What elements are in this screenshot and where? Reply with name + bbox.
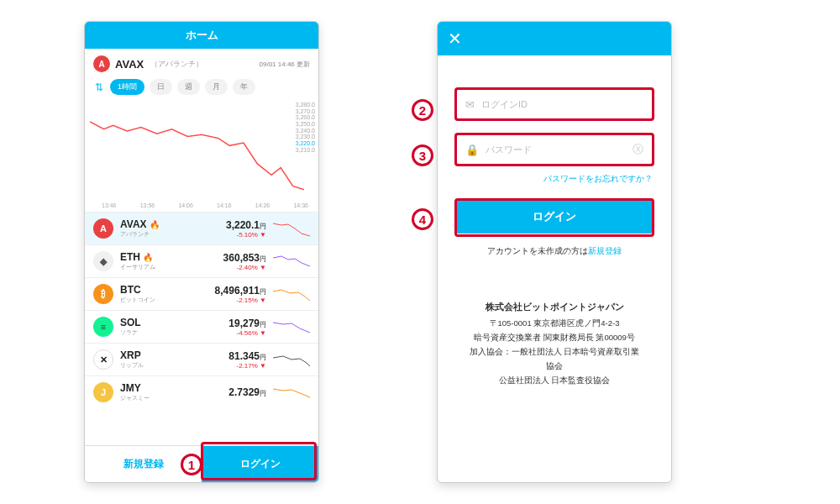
coin-list: A AVAX 🔥 アバランチ 3,220.1円 -5.10% ▼ ◆ ETH 🔥…	[85, 212, 318, 408]
candles-icon[interactable]: ⇅	[93, 81, 105, 93]
close-bar: ✕	[438, 22, 671, 55]
mail-icon: ✉	[465, 98, 475, 111]
list-item[interactable]: ✕ XRPリップル 81.345円 -2.17% ▼	[85, 343, 318, 375]
page-title: ホーム	[85, 22, 318, 49]
annotation-3: 3	[412, 144, 433, 166]
close-icon[interactable]: ✕	[448, 29, 462, 49]
annotation-1: 1	[181, 454, 202, 475]
home-screen: ホーム A AVAX （アバランチ） 09/01 14:46 更新 ⇅ 1時間 …	[84, 21, 319, 483]
ticker-header: A AVAX （アバランチ） 09/01 14:46 更新	[85, 49, 318, 76]
annotation-2: 2	[412, 99, 433, 121]
chart-x-axis: 13:4613:56 14:0614:16 14:2614:36	[85, 202, 318, 212]
login-button[interactable]: ログイン	[202, 446, 318, 482]
chart-y-axis: 3,280.03,270.0 3,260.03,250.0 3,240.03,2…	[296, 102, 315, 154]
list-item[interactable]: ◆ ETH 🔥 イーサリアム 360,853円 -2.40% ▼	[85, 244, 318, 277]
flame-icon: 🔥	[150, 220, 160, 229]
xrp-icon: ✕	[93, 349, 113, 370]
avax-icon: A	[93, 218, 113, 239]
login-id-placeholder: ログインID	[481, 98, 643, 111]
signup-link[interactable]: 新規登録	[588, 246, 622, 255]
range-tabs: ⇅ 1時間 日 週 月 年	[85, 76, 318, 102]
company-info: 株式会社ビットポイントジャパン 〒105-0001 東京都港区虎ノ門4-2-3 …	[456, 299, 653, 387]
login-id-field[interactable]: ✉ ログインID	[456, 89, 653, 119]
ticker-subname: （アバランチ）	[150, 59, 203, 70]
flame-icon: 🔥	[143, 253, 153, 262]
updated-label: 09/01 14:46 更新	[260, 60, 310, 69]
range-year[interactable]: 年	[233, 79, 255, 95]
no-account-text: アカウントを未作成の方は新規登録	[456, 245, 653, 257]
sol-icon: ≡	[93, 317, 113, 337]
password-placeholder: パスワード	[486, 144, 626, 156]
range-1h[interactable]: 1時間	[110, 79, 144, 95]
avax-icon: A	[93, 55, 110, 72]
list-item[interactable]: ≡ SOLソラナ 19,279円 -4.56% ▼	[85, 310, 318, 343]
ticker-symbol: AVAX	[115, 58, 144, 71]
clear-icon[interactable]: ⓧ	[633, 142, 643, 157]
login-screen: ✕ ✉ ログインID 🔒 パスワード ⓧ パスワードをお忘れですか？ ログイン …	[437, 21, 672, 483]
submit-login-button[interactable]: ログイン	[456, 200, 653, 234]
jmy-icon: J	[93, 382, 113, 402]
list-item[interactable]: ₿ BTCビットコイン 8,496,911円 -2.15% ▼	[85, 277, 318, 310]
forgot-password-link[interactable]: パスワードをお忘れですか？	[456, 173, 653, 185]
lock-icon: 🔒	[465, 144, 479, 156]
btc-icon: ₿	[93, 284, 113, 304]
password-field[interactable]: 🔒 パスワード ⓧ	[456, 134, 653, 165]
price-chart[interactable]: 3,280.03,270.0 3,260.03,250.0 3,240.03,2…	[85, 102, 318, 202]
list-item[interactable]: A AVAX 🔥 アバランチ 3,220.1円 -5.10% ▼	[85, 212, 318, 244]
range-week[interactable]: 週	[177, 79, 200, 95]
eth-icon: ◆	[93, 251, 113, 271]
range-month[interactable]: 月	[205, 79, 228, 95]
annotation-4: 4	[412, 208, 433, 230]
list-item[interactable]: J JMYジャスミー 2.7329円	[85, 375, 318, 408]
range-day[interactable]: 日	[150, 79, 172, 95]
